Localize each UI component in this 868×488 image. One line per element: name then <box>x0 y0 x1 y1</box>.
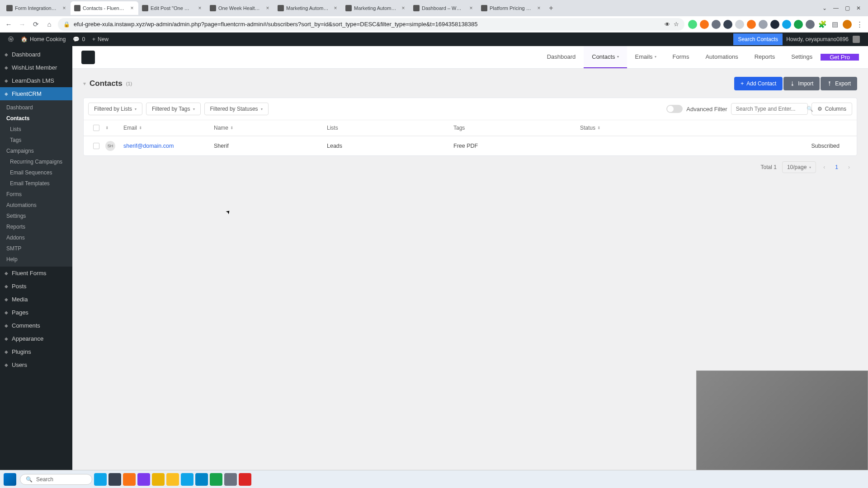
close-icon[interactable]: × <box>61 5 67 11</box>
close-button[interactable]: ✕ <box>856 5 861 11</box>
hide-icon[interactable]: 👁 <box>665 21 670 28</box>
close-icon[interactable]: × <box>468 5 474 11</box>
submenu-item[interactable]: Email Sequences <box>0 167 72 178</box>
close-icon[interactable]: × <box>536 5 542 11</box>
chevron-down-icon[interactable]: ▾ <box>83 80 86 87</box>
menu-icon[interactable]: ⋮ <box>854 19 864 29</box>
taskbar-app-icon[interactable] <box>224 473 237 486</box>
extension-icon[interactable] <box>794 20 803 29</box>
taskbar-app-icon[interactable] <box>123 473 136 486</box>
advanced-filter-toggle[interactable] <box>666 105 683 113</box>
bookmark-icon[interactable]: ☆ <box>674 21 679 28</box>
submenu-item-contacts[interactable]: Contacts <box>0 113 72 124</box>
extension-icon[interactable] <box>712 20 721 29</box>
sidebar-item-comments[interactable]: Comments <box>0 319 72 332</box>
submenu-item[interactable]: Reports <box>0 221 72 232</box>
columns-button[interactable]: ⚙Columns <box>811 103 852 115</box>
select-all-checkbox[interactable] <box>93 125 99 131</box>
extension-icon[interactable] <box>759 20 768 29</box>
prev-page-button[interactable]: ‹ <box>821 164 827 170</box>
row-checkbox[interactable] <box>93 143 99 149</box>
extension-icon[interactable] <box>735 20 744 29</box>
sidebar-item-appearance[interactable]: Appearance <box>0 332 72 345</box>
new-tab-button[interactable]: + <box>545 2 557 14</box>
column-name[interactable]: Name⬍ <box>214 125 327 131</box>
submenu-item[interactable]: SMTP <box>0 243 72 254</box>
submenu-item[interactable]: Settings <box>0 211 72 221</box>
get-pro-button[interactable]: Get Pro <box>821 54 859 61</box>
column-status[interactable]: Status ⬍ <box>580 125 853 131</box>
nav-emails[interactable]: Emails ▾ <box>627 46 665 68</box>
sidebar-item-plugins[interactable]: Plugins <box>0 345 72 358</box>
nav-reports[interactable]: Reports <box>746 46 783 68</box>
extension-icon[interactable] <box>782 20 791 29</box>
fluentcrm-logo-icon[interactable] <box>81 51 95 64</box>
extension-icon[interactable] <box>770 20 779 29</box>
extension-icon[interactable] <box>688 20 697 29</box>
column-email[interactable]: Email⬍ <box>123 125 214 131</box>
filter-tags[interactable]: Filtered by Tags▾ <box>146 103 201 115</box>
submenu-item[interactable]: Tags <box>0 135 72 145</box>
close-icon[interactable]: × <box>129 5 135 11</box>
search-contacts-button[interactable]: Search Contacts <box>733 33 783 45</box>
browser-tab[interactable]: Platform Pricing & Feat× <box>477 1 545 15</box>
extension-icon[interactable] <box>700 20 709 29</box>
taskbar-app-icon[interactable] <box>137 473 150 486</box>
wp-logo[interactable]: ⓦ <box>5 36 17 43</box>
taskbar-app-icon[interactable] <box>166 473 179 486</box>
filter-lists[interactable]: Filtered by Lists▾ <box>88 103 142 115</box>
sidebar-item-dashboard[interactable]: Dashboard <box>0 48 72 61</box>
taskbar-app-icon[interactable] <box>239 473 251 486</box>
nav-dashboard[interactable]: Dashboard <box>539 46 584 68</box>
taskbar-app-icon[interactable] <box>94 473 107 486</box>
close-icon[interactable]: × <box>401 5 406 11</box>
submenu-item[interactable]: Recurring Campaigns <box>0 156 72 167</box>
taskbar-app-icon[interactable] <box>108 473 121 486</box>
next-page-button[interactable]: › <box>846 164 852 170</box>
taskbar-app-icon[interactable] <box>152 473 165 486</box>
sidebar-item-media[interactable]: Media <box>0 293 72 306</box>
submenu-item[interactable]: Email Templates <box>0 178 72 189</box>
comments-link[interactable]: 💬 0 <box>69 36 89 42</box>
taskbar-app-icon[interactable] <box>210 473 222 486</box>
back-button[interactable]: ← <box>4 19 14 29</box>
submenu-item[interactable]: Forms <box>0 189 72 200</box>
browser-tab[interactable]: Form Integrations – Flue× <box>3 1 71 15</box>
side-panel-icon[interactable]: ▤ <box>830 19 840 29</box>
submenu-item[interactable]: Addons <box>0 232 72 243</box>
nav-automations[interactable]: Automations <box>697 46 746 68</box>
search-input-wrap[interactable]: 🔍 <box>731 103 808 115</box>
taskbar-search[interactable]: 🔍Search <box>20 474 92 485</box>
url-bar[interactable]: 🔒 eful-grebe-xula.instawp.xyz/wp-admin/a… <box>58 18 684 31</box>
forward-button[interactable]: → <box>17 19 27 29</box>
submenu-item[interactable]: Campaigns <box>0 145 72 156</box>
nav-forms[interactable]: Forms <box>665 46 698 68</box>
sidebar-item-fluentcrm[interactable]: FluentCRM <box>0 87 72 100</box>
submenu-item[interactable]: Dashboard <box>0 102 72 113</box>
page-size-select[interactable]: 10/page▾ <box>782 161 816 173</box>
add-contact-button[interactable]: +Add Contact <box>734 77 783 90</box>
nav-settings[interactable]: Settings <box>783 46 821 68</box>
close-icon[interactable]: × <box>265 5 270 11</box>
sidebar-item-posts[interactable]: Posts <box>0 280 72 293</box>
import-button[interactable]: ⭳Import <box>783 77 820 90</box>
nav-contacts[interactable]: Contacts ▾ <box>584 46 627 68</box>
submenu-item[interactable]: Automations <box>0 200 72 211</box>
minimize-button[interactable]: — <box>833 5 839 11</box>
extensions-menu-icon[interactable]: 🧩 <box>817 19 827 29</box>
home-button[interactable]: ⌂ <box>44 19 54 29</box>
filter-statuses[interactable]: Filtered by Statuses▾ <box>204 103 269 115</box>
browser-tab[interactable]: Marketing Automation F× <box>342 1 410 15</box>
export-button[interactable]: ⭱Export <box>821 77 857 90</box>
browser-tab[interactable]: Marketing Automation F× <box>274 1 342 15</box>
extension-icon[interactable] <box>747 20 756 29</box>
chevron-down-icon[interactable]: ⌄ <box>822 5 827 11</box>
taskbar-app-icon[interactable] <box>181 473 193 486</box>
start-button[interactable] <box>4 473 16 486</box>
submenu-item[interactable]: Help <box>0 254 72 265</box>
extension-icon[interactable] <box>806 20 815 29</box>
sidebar-item-learndash[interactable]: LearnDash LMS <box>0 74 72 87</box>
profile-avatar[interactable] <box>843 20 852 29</box>
close-icon[interactable]: × <box>333 5 338 11</box>
new-content[interactable]: + New <box>89 36 112 42</box>
